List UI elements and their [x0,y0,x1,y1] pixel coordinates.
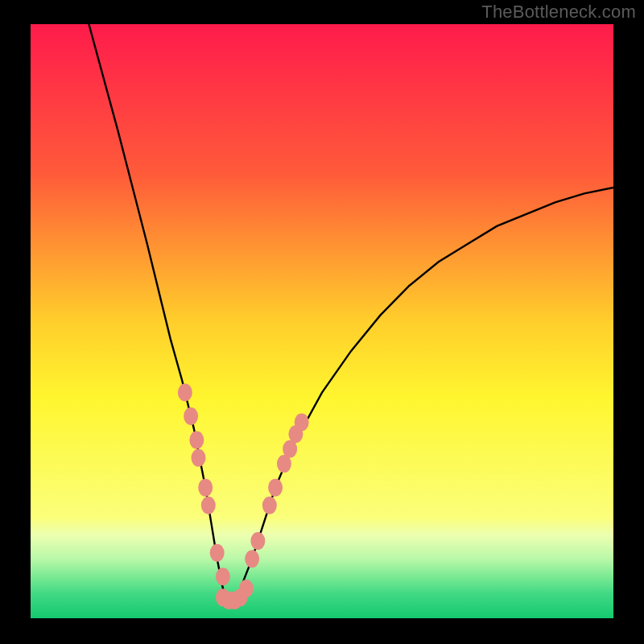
curve-markers [178,384,309,609]
marker-left [192,449,206,467]
marker-right [295,413,309,431]
marker-right [262,497,277,514]
marker-left [189,431,204,449]
marker-left [201,497,216,514]
marker-left [184,407,198,425]
watermark-text: TheBottleneck.com [481,2,636,23]
chart-frame: TheBottleneck.com [0,0,644,644]
marker-right [250,532,265,550]
marker-left [198,479,213,497]
marker-left [216,568,230,585]
plot-area [31,24,613,618]
curve-layer [31,24,613,618]
marker-left [178,384,192,402]
marker-right [268,479,283,497]
marker-bottom [239,580,254,597]
bottleneck-curve [89,24,613,601]
marker-left [210,544,225,562]
marker-right [245,550,259,568]
